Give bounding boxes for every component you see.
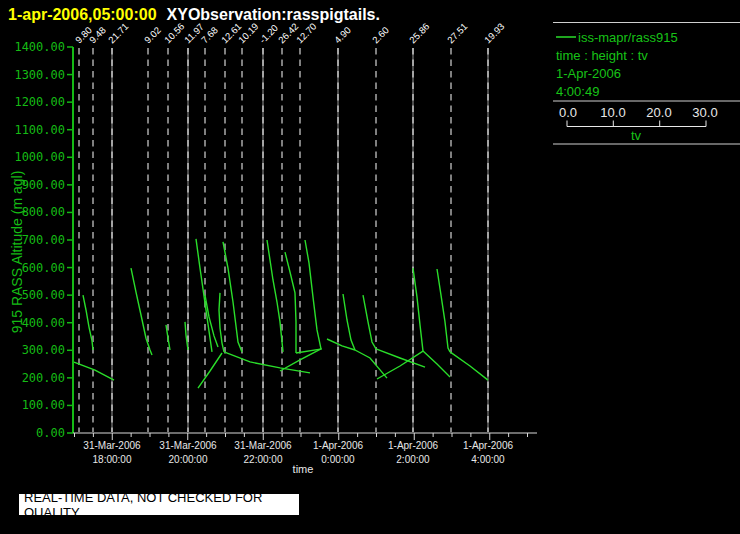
y-tick-label: 0.00 <box>36 426 65 440</box>
rass-profile-trace <box>437 269 450 352</box>
rass-profile-trace <box>219 293 224 352</box>
y-tick-label: 500.00 <box>22 288 65 302</box>
y-tick-label: 900.00 <box>22 178 65 192</box>
y-tick-label: 800.00 <box>22 205 65 219</box>
rass-profile-trace <box>198 353 222 388</box>
tv-scale-tick-10: 10.0 <box>600 105 625 120</box>
y-tick-label: 400.00 <box>22 316 65 330</box>
tv-value-label: 2.60 <box>370 24 391 45</box>
x-tick-date-label: 31-Mar-2006 <box>83 440 141 451</box>
rass-profile-trace <box>423 351 450 377</box>
y-tick-label: 1300.00 <box>14 68 65 82</box>
tv-value-label: 9.02 <box>142 24 163 45</box>
x-tick-date-label: 31-Mar-2006 <box>234 440 292 451</box>
rass-profile-trace <box>355 350 387 378</box>
quality-warning-banner: REAL-TIME DATA, NOT CHECKED FOR QUALITY <box>19 494 299 515</box>
y-tick-label: 1400.00 <box>14 40 65 54</box>
tv-value-label: 4.90 <box>332 24 353 45</box>
y-tick-label: 1200.00 <box>14 95 65 109</box>
x-tick-time-label: 4:00:00 <box>471 454 505 465</box>
rass-profile-trace <box>224 352 310 373</box>
tv-value-label: 27.51 <box>445 21 470 46</box>
y-tick-label: 100.00 <box>22 398 65 412</box>
x-tick-time-label: 20:00:00 <box>169 454 208 465</box>
rass-profile-trace <box>363 295 376 349</box>
rass-profile-trace <box>450 352 488 380</box>
x-tick-date-label: 1-Apr-2006 <box>463 440 513 451</box>
rass-pigtails-window: 9.809.4821.719.0210.5611.977.6812.6110.1… <box>0 0 740 534</box>
tv-scale-tick-0: 0.0 <box>559 105 577 120</box>
rass-profile-trace <box>83 295 93 350</box>
tv-value-label: 25.86 <box>407 21 432 46</box>
tv-value-label: 19.93 <box>482 21 507 46</box>
tv-value-label: 10.56 <box>162 21 187 46</box>
tv-value-label: 10.19 <box>236 21 261 46</box>
rass-profile-trace <box>74 362 114 380</box>
pigtail-plot-canvas: 9.809.4821.719.0210.5611.977.6812.6110.1… <box>0 0 740 534</box>
title-datetime: 1-apr-2006,05:00:00 <box>8 6 157 24</box>
rass-profile-trace <box>131 268 152 355</box>
title-bar: 1-apr-2006,05:00:00 XYObservation:rasspi… <box>8 6 380 24</box>
rass-profile-trace <box>223 242 242 352</box>
tv-scale-label: tv <box>631 128 641 143</box>
y-axis-label: 915 RASS Altitude (m agl) <box>9 132 25 372</box>
x-tick-date-label: 1-Apr-2006 <box>313 440 363 451</box>
rass-profile-trace <box>343 294 355 350</box>
legend-fields-label: time : height : tv <box>556 48 648 63</box>
y-tick-label: 600.00 <box>22 261 65 275</box>
tv-scale-tick-20: 20.0 <box>646 105 671 120</box>
x-tick-time-label: 2:00:00 <box>396 454 430 465</box>
tv-value-label: 9.48 <box>87 24 108 45</box>
x-tick-date-label: 31-Mar-2006 <box>159 440 217 451</box>
legend-time: 4:00:49 <box>556 84 599 99</box>
legend-series-label: iss-mapr/rass915 <box>578 30 678 45</box>
rass-profile-trace <box>267 240 283 352</box>
x-tick-date-label: 1-Apr-2006 <box>388 440 438 451</box>
y-tick-label: 700.00 <box>22 233 65 247</box>
y-tick-label: 300.00 <box>22 343 65 357</box>
rass-profile-trace <box>196 239 212 352</box>
legend-date: 1-Apr-2006 <box>556 66 621 81</box>
quality-warning-text: REAL-TIME DATA, NOT CHECKED FOR QUALITY <box>24 490 299 520</box>
rass-profile-trace <box>413 268 423 351</box>
rass-profile-trace <box>285 252 296 353</box>
x-axis-label: time <box>273 463 333 475</box>
tv-value-label: 21.71 <box>106 21 131 46</box>
rass-profile-trace <box>377 351 423 379</box>
x-tick-time-label: 18:00:00 <box>93 454 132 465</box>
tv-scale-tick-30: 30.0 <box>692 105 717 120</box>
tv-value-label: 12.70 <box>294 21 319 46</box>
rass-profile-trace <box>376 349 425 367</box>
page-title: XYObservation:rasspigtails. <box>167 6 380 24</box>
rass-profile-trace <box>305 240 321 349</box>
y-tick-label: 200.00 <box>22 371 65 385</box>
tv-value-label: -1.20 <box>257 22 280 45</box>
